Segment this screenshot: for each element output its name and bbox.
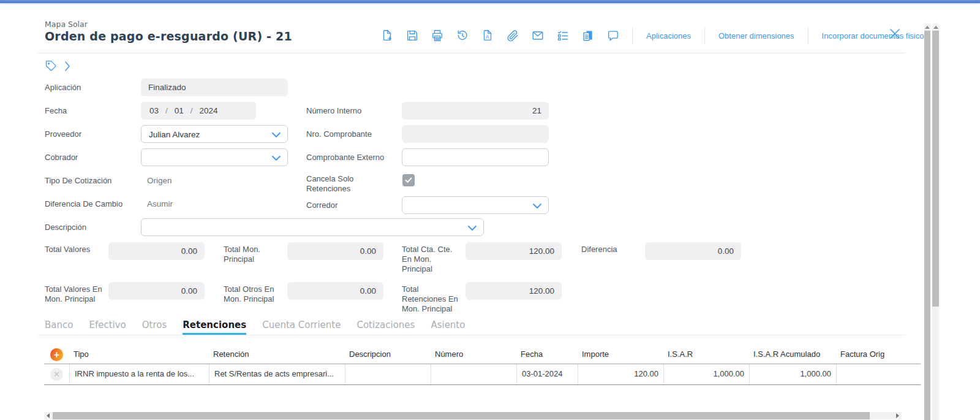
x-icon: ✕ — [53, 370, 60, 379]
window-scrollbar-thumb[interactable] — [932, 31, 939, 307]
total-cta-cte-field: 120.00 — [466, 242, 562, 260]
table-header-row: + Tipo Retención Descripcion Número Fech… — [44, 345, 921, 364]
table-row: ✕ IRNR impuesto a la renta de los... Ret… — [44, 364, 921, 385]
save-icon — [405, 29, 419, 42]
col-descripcion: Descripcion — [345, 345, 431, 364]
total-mon-principal-field: 0.00 — [287, 242, 383, 260]
tab-asiento[interactable]: Asiento — [431, 319, 465, 335]
fecha-month: 01 — [175, 102, 184, 120]
corredor-dropdown[interactable] — [402, 196, 549, 214]
cell-fecha[interactable]: 03-01-2024 — [516, 364, 578, 384]
aplicaciones-link[interactable]: Aplicaciones — [644, 31, 693, 40]
cell-isar-acumulado[interactable]: 1,000.00 — [749, 364, 836, 384]
comprobante-externo-input[interactable] — [402, 148, 549, 166]
scroll-right-arrow-icon[interactable] — [896, 413, 899, 418]
copy-document-button[interactable] — [581, 28, 595, 43]
cell-factura-orig[interactable] — [836, 364, 921, 384]
svg-text:A: A — [486, 34, 489, 40]
checklist-icon — [556, 29, 570, 42]
toolbar-divider — [632, 27, 633, 44]
total-otros-mon-label: Total Otros En Mon. Principal — [224, 284, 291, 304]
cell-descripcion[interactable] — [345, 364, 431, 384]
header-divider — [38, 53, 905, 53]
col-isar-acumulado: I.S.A.R Acumulado — [749, 345, 836, 364]
cell-importe[interactable]: 120.00 — [578, 364, 663, 384]
cell-numero[interactable] — [431, 364, 516, 384]
tab-cuenta-corriente[interactable]: Cuenta Corriente — [262, 319, 341, 335]
col-numero: Número — [431, 345, 516, 364]
proveedor-label: Proveedor — [45, 129, 137, 139]
fecha-field: 03 / 01 / 2024 — [141, 102, 256, 120]
diferencia-cambio-value: Asumir — [147, 199, 173, 208]
col-importe: Importe — [578, 345, 663, 364]
chevron-down-icon — [533, 204, 541, 208]
attachment-icon — [506, 29, 519, 42]
plus-icon: + — [54, 349, 59, 360]
email-icon — [531, 29, 545, 42]
tipo-cotizacion-value: Origen — [147, 176, 172, 185]
print-icon — [431, 29, 444, 42]
save-button[interactable] — [405, 28, 420, 43]
tab-otros[interactable]: Otros — [142, 319, 167, 335]
scroll-up-arrow-icon[interactable] — [925, 26, 930, 29]
expand-chevron-icon[interactable] — [64, 61, 70, 71]
tag-icon[interactable] — [45, 60, 57, 72]
font-document-button[interactable]: A — [480, 28, 495, 43]
history-button[interactable] — [455, 28, 470, 43]
cobrador-dropdown[interactable] — [141, 148, 288, 166]
scroll-left-arrow-icon[interactable] — [47, 413, 50, 418]
comment-button[interactable] — [606, 28, 620, 43]
numero-interno-field: 21 — [402, 102, 549, 120]
new-document-button[interactable] — [380, 28, 394, 43]
page-title: Orden de pago e-resguardo (UR) - 21 — [45, 29, 292, 43]
breadcrumb: Mapa Solar — [45, 20, 88, 29]
tab-efectivo[interactable]: Efectivo — [89, 319, 126, 335]
email-button[interactable] — [530, 28, 545, 43]
col-fecha: Fecha — [516, 345, 578, 364]
corredor-label: Corredor — [306, 200, 398, 210]
tab-bar: Banco Efectivo Otros Retenciones Cuenta … — [45, 318, 465, 335]
panel-vertical-scrollbar[interactable] — [924, 23, 930, 420]
nro-comprobante-field — [402, 125, 549, 143]
fecha-label: Fecha — [45, 106, 137, 116]
fecha-day: 03 — [149, 102, 159, 120]
cell-retencion[interactable]: Ret S/Rentas de acts empresari... — [209, 364, 345, 384]
add-row-button[interactable]: + — [50, 348, 63, 361]
cancela-retenciones-label: Cancela Solo Retenciones — [306, 174, 374, 194]
descripcion-dropdown[interactable] — [141, 218, 484, 236]
window-vertical-scrollbar[interactable] — [932, 23, 939, 420]
comment-icon — [606, 29, 620, 42]
total-valores-mon-label: Total Valores En Mon. Principal — [45, 284, 112, 304]
cell-isar[interactable]: 1,000.00 — [663, 364, 749, 384]
col-tipo: Tipo — [69, 345, 209, 364]
chevron-down-icon — [468, 226, 477, 231]
tab-banco[interactable]: Banco — [45, 319, 73, 335]
total-retenciones-mon-field: 120.00 — [466, 282, 562, 300]
comprobante-externo-label: Comprobante Externo — [306, 153, 398, 162]
horizontal-scrollbar[interactable] — [44, 412, 902, 419]
obtener-dimensiones-link[interactable]: Obtener dimensiones — [717, 31, 796, 40]
delete-row-button[interactable]: ✕ — [50, 368, 63, 381]
panel-scrollbar-thumb[interactable] — [924, 31, 930, 420]
diferencia-cambio-label: Diferencia De Cambio — [45, 199, 137, 209]
tab-retenciones[interactable]: Retenciones — [183, 319, 246, 335]
incorporar-documentos-link[interactable]: Incorporar documentos fisicos — [820, 31, 930, 40]
col-isar: I.S.A.R — [663, 345, 749, 364]
fecha-separator: / — [190, 102, 193, 120]
top-accent-bar — [0, 0, 980, 3]
chevron-down-icon — [272, 156, 281, 161]
horizontal-scrollbar-thumb[interactable] — [53, 412, 870, 419]
toolbar: A — [380, 27, 930, 44]
total-valores-mon-field: 0.00 — [108, 282, 205, 300]
checklist-button[interactable] — [556, 28, 570, 43]
print-button[interactable] — [430, 28, 445, 43]
scroll-up-arrow-icon[interactable] — [933, 26, 938, 29]
history-icon — [456, 29, 469, 42]
close-icon[interactable] — [889, 28, 900, 39]
tab-cotizaciones[interactable]: Cotizaciones — [356, 319, 415, 335]
proveedor-dropdown[interactable]: Julian Alvarez — [141, 125, 288, 143]
check-icon — [405, 177, 412, 183]
cell-tipo[interactable]: IRNR impuesto a la renta de los... — [69, 364, 209, 384]
attachment-button[interactable] — [505, 28, 520, 43]
cancela-retenciones-checkbox[interactable] — [402, 174, 415, 186]
